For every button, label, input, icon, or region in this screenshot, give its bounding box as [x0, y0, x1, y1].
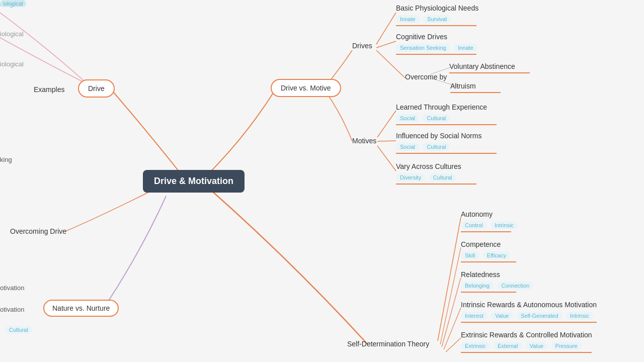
nature-nurture-node[interactable]: Nature vs. Nurture	[43, 300, 119, 317]
vary-across-tags: Diversity Cultural	[396, 172, 476, 182]
svg-line-9	[440, 247, 461, 344]
learned-through-node[interactable]: Learned Through Experience Social Cultur…	[396, 103, 497, 125]
competence-node[interactable]: Competence Skill Efficacy	[461, 240, 516, 262]
svg-line-6	[377, 141, 396, 141]
vary-across-label: Vary Across Cultures	[396, 162, 476, 170]
influenced-by-tags: Social Cultural	[396, 141, 497, 151]
drives-label: Drives	[352, 42, 372, 50]
overcoming-drive-node[interactable]: Overcoming Drive	[10, 227, 66, 235]
autonomy-node[interactable]: Autonomy Control Intrinsic	[461, 210, 519, 232]
svg-line-12	[446, 338, 461, 352]
competence-tags: Skill Efficacy	[461, 250, 516, 259]
mindmap-canvas: Drive & Motivation Drive Examples Overco…	[0, 0, 644, 362]
cognitive-drives-label: Cognitive Drives	[396, 33, 479, 41]
altruism-node[interactable]: Altruism	[450, 82, 501, 93]
overcome-by-label: Overcome by	[405, 73, 447, 81]
cognitive-drives-node[interactable]: Cognitive Drives Sensation Seeking Innat…	[396, 33, 479, 55]
self-determination-node[interactable]: Self-Determination Theory	[347, 340, 429, 348]
voluntary-abstinence-node[interactable]: Voluntary Abstinence	[449, 62, 530, 73]
relatedness-node[interactable]: Relatedness Belonging Connection	[461, 270, 535, 293]
intrinsic-rewards-node[interactable]: Intrinsic Rewards & Autonomous Motivatio…	[461, 301, 597, 323]
basic-phys-needs-tags: Innate Survival	[396, 14, 478, 23]
extrinsic-rewards-node[interactable]: Extrinsic Rewards & Controlled Motivatio…	[461, 331, 592, 353]
learned-through-label: Learned Through Experience	[396, 103, 497, 111]
drive-node[interactable]: Drive	[78, 79, 115, 98]
basic-phys-needs-node[interactable]: Basic Physiological Needs Innate Surviva…	[396, 4, 478, 26]
left-partial-5: king	[0, 156, 12, 163]
svg-line-1	[376, 41, 396, 48]
voluntary-abstinence-label: Voluntary Abstinence	[449, 62, 530, 70]
cultural-tag-left: Cultural	[5, 324, 34, 334]
competence-label: Competence	[461, 240, 516, 248]
vary-across-node[interactable]: Vary Across Cultures Diversity Cultural	[396, 162, 476, 185]
central-node[interactable]: Drive & Motivation	[143, 170, 245, 193]
svg-line-10	[442, 278, 461, 347]
extrinsic-rewards-label: Extrinsic Rewards & Controlled Motivatio…	[461, 331, 592, 339]
cultural-tag: Cultural	[5, 326, 32, 334]
svg-line-8	[438, 217, 461, 341]
relatedness-tags: Belonging Connection	[461, 280, 535, 290]
svg-line-7	[377, 146, 396, 171]
cognitive-drives-tags: Sensation Seeking Innate	[396, 42, 479, 52]
examples-node[interactable]: Examples	[34, 85, 64, 94]
intrinsic-rewards-tags: Interest Value Self-Generated Intrinsic	[461, 310, 597, 320]
autonomy-label: Autonomy	[461, 210, 519, 218]
left-partial-6: otivation	[0, 284, 24, 292]
drive-vs-motive-node[interactable]: Drive vs. Motive	[271, 79, 341, 97]
left-partial-2: iological	[0, 0, 26, 7]
autonomy-tags: Control Intrinsic	[461, 220, 519, 229]
left-partial-3: iological	[0, 30, 24, 38]
relatedness-label: Relatedness	[461, 270, 535, 279]
altruism-label: Altruism	[450, 82, 501, 90]
svg-line-0	[376, 13, 396, 44]
learned-through-tags: Social Cultural	[396, 113, 497, 122]
left-partial-4: iological	[0, 60, 24, 68]
svg-line-11	[444, 308, 461, 349]
extrinsic-rewards-tags: Extrinsic External Value Pressure	[461, 340, 592, 350]
left-partial-7: otivation	[0, 306, 24, 313]
motives-label: Motives	[352, 137, 376, 145]
svg-line-5	[377, 111, 396, 137]
influenced-by-label: Influenced by Social Norms	[396, 132, 497, 140]
intrinsic-rewards-label: Intrinsic Rewards & Autonomous Motivatio…	[461, 301, 597, 309]
influenced-by-node[interactable]: Influenced by Social Norms Social Cultur…	[396, 132, 497, 154]
basic-phys-needs-label: Basic Physiological Needs	[396, 4, 478, 12]
